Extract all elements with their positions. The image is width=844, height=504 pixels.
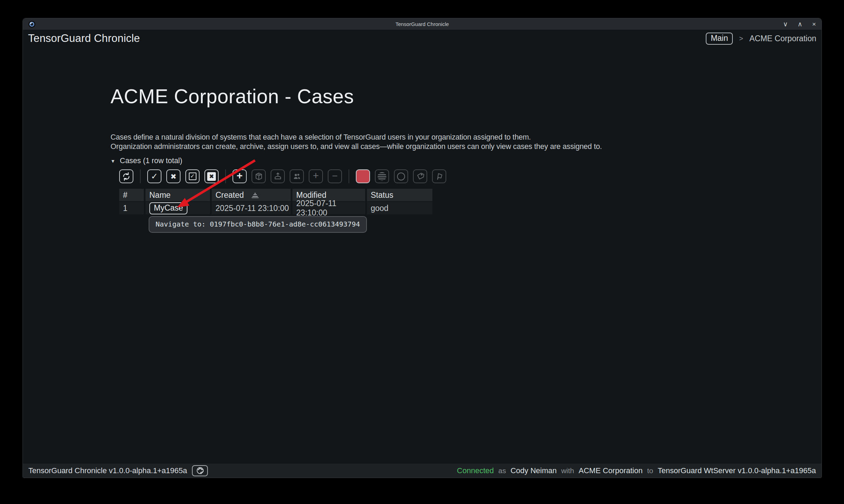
- row-index-cell: 1: [119, 202, 144, 214]
- plus-icon: +: [237, 170, 243, 181]
- case-link-button[interactable]: MyCase: [149, 202, 187, 214]
- add-button: +: [309, 169, 323, 183]
- refresh-button[interactable]: [119, 169, 133, 183]
- cases-toolbar: ✓ ✖ ✓ ✖ + + −: [119, 169, 446, 184]
- users-icon: [292, 172, 301, 181]
- red-status-button[interactable]: [356, 169, 370, 183]
- row-status-cell: good: [367, 202, 432, 214]
- select-all-button[interactable]: ✓: [185, 169, 200, 183]
- cross-icon: ✖: [170, 173, 177, 180]
- plus-icon: +: [313, 170, 319, 181]
- package-button: [252, 169, 266, 183]
- connection-user: Cody Neiman: [510, 466, 556, 475]
- page-description: Cases define a natural division of syste…: [111, 133, 602, 151]
- checkbox-cross-icon: ✖: [207, 172, 216, 181]
- app-title: TensorGuard Chronicle: [28, 32, 140, 45]
- unarchive-icon: [273, 172, 282, 181]
- description-line-2: Organization administrators can create, …: [111, 142, 602, 151]
- flag-button: [432, 169, 446, 183]
- connection-to-label: to: [647, 467, 653, 475]
- column-header-index[interactable]: #: [119, 189, 144, 201]
- window-titlebar: TensorGuard Chronicle ∨ ∧ ×: [23, 18, 821, 30]
- description-line-1: Cases define a natural division of syste…: [111, 133, 602, 142]
- sort-ascending-icon: [252, 192, 259, 198]
- circle-icon: [397, 173, 405, 180]
- connection-server: TensorGuard WtServer v1.0.0-alpha.1+a196…: [658, 466, 816, 475]
- row-modified-cell: 2025-07-11 23:10:00: [292, 202, 365, 214]
- toolbar-separator: [140, 169, 141, 183]
- palette-icon: [196, 466, 204, 475]
- column-header-created[interactable]: Created: [212, 189, 291, 201]
- breadcrumb-separator: >: [739, 35, 743, 43]
- refresh-icon: [122, 172, 131, 181]
- column-label: Status: [371, 191, 393, 200]
- maximize-icon[interactable]: ∧: [798, 21, 802, 27]
- connection-with-label: with: [561, 467, 574, 475]
- create-button[interactable]: +: [232, 169, 247, 183]
- toolbar-separator: [349, 169, 349, 183]
- connection-as-label: as: [498, 467, 506, 475]
- package-icon: [254, 172, 263, 181]
- connection-status: Connected: [457, 466, 494, 475]
- row-created-cell: 2025-07-11 23:10:00: [212, 202, 291, 214]
- tag-icon: [416, 172, 425, 181]
- statusbar-right: Connected as Cody Neiman with ACME Corpo…: [457, 466, 816, 475]
- column-label: Modified: [296, 191, 326, 200]
- flag-icon: [435, 172, 444, 181]
- column-header-name[interactable]: Name: [146, 189, 210, 201]
- deselect-all-button[interactable]: ✖: [204, 169, 219, 183]
- check-icon: ✓: [151, 172, 158, 180]
- breadcrumb-main-button[interactable]: Main: [706, 33, 733, 45]
- column-label: Created: [216, 191, 244, 200]
- close-icon[interactable]: ×: [812, 21, 816, 27]
- connection-organization: ACME Corporation: [579, 466, 643, 475]
- app-header: TensorGuard Chronicle Main > ACME Corpor…: [23, 30, 821, 47]
- collapse-triangle-icon[interactable]: ▼: [111, 158, 115, 164]
- striped-circle-icon: [378, 172, 386, 181]
- row-index: 1: [123, 204, 128, 213]
- statusbar-left: TensorGuard Chronicle v1.0.0-alpha.1+a19…: [28, 465, 208, 476]
- cases-table: # Name Created Modified Status 1 MyCase …: [119, 189, 432, 214]
- cases-section-title: Cases (1 row total): [120, 157, 182, 165]
- minimize-icon[interactable]: ∨: [783, 21, 788, 27]
- window-controls: ∨ ∧ ×: [783, 21, 816, 27]
- remove-button: −: [328, 169, 342, 183]
- app-window: TensorGuard Chronicle ∨ ∧ × TensorGuard …: [23, 18, 822, 478]
- column-label: Name: [149, 191, 170, 200]
- empty-status-button: [394, 169, 408, 183]
- page-title: ACME Corporation - Cases: [111, 85, 354, 108]
- checkbox-checked-icon: ✓: [189, 173, 196, 180]
- check-icon: ✓: [190, 174, 195, 179]
- cancel-button[interactable]: ✖: [166, 169, 181, 183]
- cross-icon: ✖: [209, 174, 214, 179]
- assign-users-button: [290, 169, 304, 183]
- row-name-cell: MyCase: [146, 202, 210, 214]
- statusbar: TensorGuard Chronicle v1.0.0-alpha.1+a19…: [23, 463, 821, 478]
- filled-status-button: [375, 169, 389, 183]
- navigate-tooltip: Navigate to: 0197fbc0-b8b8-76e1-ad8e-cc0…: [149, 216, 367, 233]
- breadcrumb: Main > ACME Corporation: [706, 33, 816, 45]
- window-title: TensorGuard Chronicle: [23, 21, 821, 27]
- toolbar-separator: [225, 169, 226, 183]
- app-version-text: TensorGuard Chronicle v1.0.0-alpha.1+a19…: [28, 466, 187, 475]
- column-header-status[interactable]: Status: [367, 189, 432, 201]
- breadcrumb-current: ACME Corporation: [749, 34, 816, 43]
- cases-section-header[interactable]: ▼ Cases (1 row total): [111, 157, 182, 165]
- confirm-button[interactable]: ✓: [147, 169, 161, 183]
- column-label: #: [123, 191, 128, 200]
- tag-button: [413, 169, 427, 183]
- minus-icon: −: [332, 171, 337, 181]
- unarchive-button: [271, 169, 285, 183]
- theme-button[interactable]: [192, 465, 208, 476]
